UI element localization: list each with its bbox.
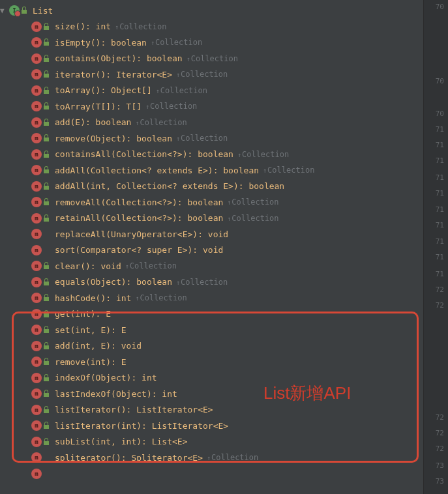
method-icon: m xyxy=(31,101,42,111)
inherited-from-label: Collection xyxy=(145,102,197,111)
tree-node-method[interactable]: msubList(int, int): List<E> xyxy=(0,434,448,450)
lock-icon xyxy=(43,358,51,366)
inherited-from-label: Collection xyxy=(237,150,289,159)
lock-icon xyxy=(43,55,51,63)
method-icon: m xyxy=(31,37,42,48)
inherited-from-label: Collection xyxy=(187,54,238,63)
method-signature-label: listIterator(): ListIterator<E> xyxy=(55,405,213,414)
method-signature-label: remove(int): E xyxy=(55,357,127,367)
method-signature-label: isEmpty(): boolean xyxy=(55,38,147,48)
method-signature-label: addAll(Collection<? extends E>): boolean xyxy=(55,166,259,175)
tree-node-method[interactable]: mequals(Object): booleanCollection xyxy=(0,274,448,291)
lock-icon xyxy=(43,310,51,318)
method-signature-label: equals(Object): boolean xyxy=(55,277,172,287)
line-number-label: 71 xyxy=(436,221,444,229)
line-number-label: 70 xyxy=(436,3,444,11)
method-icon: m xyxy=(31,69,42,80)
method-icon: m xyxy=(31,165,42,175)
tree-node-method[interactable]: madd(int, E): void xyxy=(0,338,448,355)
method-icon: m xyxy=(31,261,42,271)
expand-arrow-icon[interactable]: ▼ xyxy=(0,7,7,15)
method-signature-label: iterator(): Iterator<E> xyxy=(55,70,172,80)
lock-icon xyxy=(43,262,51,270)
method-icon: m xyxy=(31,133,42,143)
method-signature-label: add(E): boolean xyxy=(55,117,131,127)
empty-icon xyxy=(43,470,51,478)
method-icon: m xyxy=(31,388,42,399)
method-icon: m xyxy=(31,181,42,192)
tree-node-method[interactable]: mget(int): E xyxy=(0,306,448,323)
tree-node-method[interactable]: mcontains(Object): booleanCollection xyxy=(0,51,448,67)
method-icon: m xyxy=(31,53,42,64)
method-icon: m xyxy=(31,373,42,383)
method-signature-label: addAll(int, Collection<? extends E>): bo… xyxy=(55,181,284,191)
lock-icon xyxy=(43,438,51,446)
tree-node-method[interactable]: mlistIterator(int): ListIterator<E> xyxy=(0,418,448,434)
tree-node-method[interactable]: mspliterator(): Spliterator<E>Collection xyxy=(0,450,448,466)
line-number-label: 70 xyxy=(436,109,444,118)
tree-node-root[interactable]: ▼ I List xyxy=(0,3,448,19)
inherited-from-label: Collection xyxy=(263,166,314,175)
method-signature-label: add(int, E): void xyxy=(55,341,142,351)
inherited-from-label: Collection xyxy=(176,278,228,287)
line-number-label: 71 xyxy=(436,141,444,149)
line-number-label: 71 xyxy=(436,205,444,214)
tree-node-method[interactable]: mindexOf(Object): int xyxy=(0,370,448,386)
lock-icon xyxy=(43,119,51,126)
line-number-label: 71 xyxy=(436,156,444,165)
method-signature-label: hashCode(): int xyxy=(55,293,131,303)
lock-icon xyxy=(43,70,51,78)
line-gutter: 7070707171717171717171717172727272727373 xyxy=(423,0,448,494)
method-signature-label: sort(Comparator<? super E>): void xyxy=(55,245,223,255)
inherited-from-label: Collection xyxy=(156,86,207,95)
tree-node-method[interactable]: mlistIterator(): ListIterator<E> xyxy=(0,402,448,418)
tree-node-method[interactable]: mreplaceAll(UnaryOperator<E>): void xyxy=(0,226,448,242)
tree-node-method[interactable]: mremove(int): E xyxy=(0,354,448,370)
method-signature-label: size(): int xyxy=(55,22,111,31)
tree-node-method[interactable]: mretainAll(Collection<?>): booleanCollec… xyxy=(0,211,448,227)
lock-icon xyxy=(43,166,51,174)
tree-node-method[interactable]: mremoveAll(Collection<?>): booleanCollec… xyxy=(0,194,448,211)
tree-node-method[interactable]: mclear(): voidCollection xyxy=(0,258,448,274)
method-signature-label: removeAll(Collection<?>): boolean xyxy=(55,197,223,207)
method-icon: m xyxy=(31,22,42,32)
tree-node-method[interactable]: mhashCode(): intCollection xyxy=(0,290,448,306)
tree-node-method[interactable]: madd(E): booleanCollection xyxy=(0,115,448,131)
tree-node-method[interactable]: mlastIndexOf(Object): int xyxy=(0,386,448,402)
line-number-label: 72 xyxy=(436,444,444,453)
lock-icon xyxy=(43,134,51,142)
method-icon: m xyxy=(31,149,42,160)
tree-node-method[interactable]: mremove(Object): booleanCollection xyxy=(0,130,448,147)
tree-node-method[interactable]: msize(): intCollection xyxy=(0,19,448,35)
method-icon: m xyxy=(31,213,42,224)
line-number-label: 71 xyxy=(436,125,444,134)
lock-icon xyxy=(43,87,51,94)
method-icon: m xyxy=(31,245,42,255)
lock-icon xyxy=(43,198,51,206)
tree-node-method[interactable]: mtoArray(T[]): T[]Collection xyxy=(0,98,448,115)
method-signature-label: get(int): E xyxy=(55,309,111,319)
inherited-from-label: Collection xyxy=(227,197,278,207)
tree-node-method[interactable]: m xyxy=(0,466,448,482)
method-signature-label: contains(Object): boolean xyxy=(55,53,183,63)
line-number-label: 72 xyxy=(436,301,444,310)
tree-node-method[interactable]: mcontainsAll(Collection<?>): booleanColl… xyxy=(0,147,448,163)
tree-node-method[interactable]: miterator(): Iterator<E>Collection xyxy=(0,66,448,83)
empty-icon xyxy=(43,246,51,254)
line-number-label: 73 xyxy=(436,477,444,486)
lock-icon xyxy=(43,374,51,382)
lock-icon xyxy=(43,390,51,398)
method-signature-label: lastIndexOf(Object): int xyxy=(55,389,177,399)
method-signature-label: listIterator(int): ListIterator<E> xyxy=(55,421,228,431)
tree-node-method[interactable]: maddAll(int, Collection<? extends E>): b… xyxy=(0,179,448,195)
tree-node-method[interactable]: misEmpty(): booleanCollection xyxy=(0,35,448,51)
tree-node-method[interactable]: msort(Comparator<? super E>): void xyxy=(0,242,448,259)
tree-node-method[interactable]: maddAll(Collection<? extends E>): boolea… xyxy=(0,162,448,179)
inherited-from-label: Collection xyxy=(125,261,177,270)
lock-icon xyxy=(43,102,51,110)
method-icon: m xyxy=(31,437,42,447)
inherited-from-label: Collection xyxy=(115,22,166,31)
method-signature-label: subList(int, int): List<E> xyxy=(55,437,188,446)
tree-node-method[interactable]: mset(int, E): E xyxy=(0,322,448,338)
tree-node-method[interactable]: mtoArray(): Object[]Collection xyxy=(0,83,448,99)
